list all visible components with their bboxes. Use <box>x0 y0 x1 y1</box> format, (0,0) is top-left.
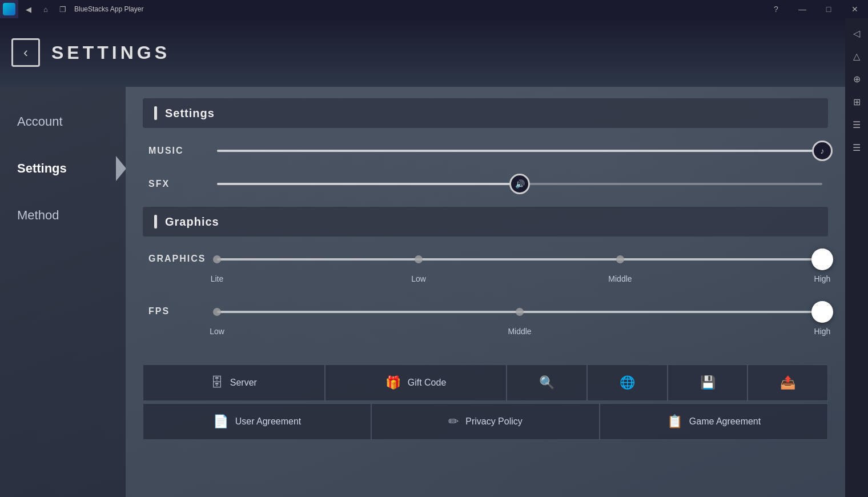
server-label: Server <box>230 378 257 388</box>
sidebar-item-account[interactable]: Account <box>0 98 126 145</box>
clipboard-icon: 📋 <box>667 414 682 429</box>
home-nav-button[interactable]: ⌂ <box>38 1 54 17</box>
graphics-label-lite: Lite <box>211 274 224 283</box>
section-bar-settings <box>154 106 157 120</box>
bottom-buttons-row2: 📄 User Agreement ✏ Privacy Policy 📋 Game… <box>143 403 828 440</box>
game-agreement-button[interactable]: 📋 Game Agreement <box>600 403 828 440</box>
graphics-label: GRAPHICS <box>148 248 217 264</box>
window-controls: ? — □ ✕ <box>763 0 868 18</box>
bottom-buttons-row1: 🗄 Server 🎁 Gift Code 🔍 🌐 💾 📤 <box>143 364 828 401</box>
server-button[interactable]: 🗄 Server <box>143 364 325 401</box>
graphics-label-middle: Middle <box>608 274 632 283</box>
main-area: ‹ SETTINGS Account Settings Method Setti… <box>0 18 845 497</box>
left-nav: Account Settings Method <box>0 87 126 497</box>
graphics-dot-low <box>415 255 423 263</box>
export-button[interactable]: 📤 <box>748 364 828 401</box>
export-icon: 📤 <box>780 375 795 390</box>
close-button[interactable]: ✕ <box>842 0 868 18</box>
graphics-dot-lite <box>213 255 221 263</box>
fps-label-high: High <box>814 327 831 336</box>
fps-dot-low <box>213 308 221 316</box>
privacy-policy-button[interactable]: ✏ Privacy Policy <box>371 403 600 440</box>
copy-nav-button[interactable]: ❐ <box>55 1 71 17</box>
save-icon: 💾 <box>700 375 716 390</box>
fps-thumb[interactable] <box>811 301 833 323</box>
graphics-label-low: Low <box>411 274 426 283</box>
save-button[interactable]: 💾 <box>668 364 748 401</box>
app-title: BlueStacks App Player <box>74 5 763 13</box>
page-title: SETTINGS <box>51 42 170 63</box>
edit-icon: ✏ <box>448 414 459 429</box>
sidebar-btn-6[interactable]: ☰ <box>846 137 867 158</box>
back-button[interactable]: ‹ <box>11 38 40 67</box>
globe-button[interactable]: 🌐 <box>587 364 668 401</box>
back-nav-button[interactable]: ◀ <box>21 1 37 17</box>
sidebar-btn-4[interactable]: ⊞ <box>846 91 867 112</box>
sidebar-btn-2[interactable]: △ <box>846 46 867 66</box>
graphics-slider-row: GRAPHICS Lite Low Middle High <box>143 248 828 289</box>
settings-header: ‹ SETTINGS <box>0 18 845 87</box>
right-sidebar: ◁ △ ⊕ ⊞ ☰ ☰ <box>845 18 868 497</box>
sidebar-btn-1[interactable]: ◁ <box>846 23 867 43</box>
fps-label-low: Low <box>210 327 224 336</box>
document-icon: 📄 <box>213 414 228 429</box>
graphics-section-title: Graphics <box>165 215 219 229</box>
fps-label: FPS <box>148 300 217 316</box>
server-icon: 🗄 <box>211 375 223 390</box>
user-agreement-label: User Agreement <box>235 416 302 427</box>
music-thumb[interactable]: ♪ <box>812 141 833 161</box>
content-area: Settings MUSIC ♪ SFX 🔊 <box>126 87 845 497</box>
music-note-icon: ♪ <box>821 146 825 155</box>
graphics-section-header: Graphics <box>143 207 828 237</box>
graphics-label-high: High <box>814 274 831 283</box>
graphics-thumb[interactable] <box>811 248 833 270</box>
search-icon: 🔍 <box>539 375 554 390</box>
section-bar-graphics <box>154 215 157 229</box>
fps-dot-middle <box>516 308 524 316</box>
sidebar-item-settings[interactable]: Settings <box>0 145 126 192</box>
fps-slider[interactable]: Low Middle High <box>217 300 822 342</box>
settings-section-title: Settings <box>165 107 215 120</box>
privacy-policy-label: Privacy Policy <box>465 416 523 427</box>
sidebar-btn-3[interactable]: ⊕ <box>846 69 867 89</box>
game-agreement-label: Game Agreement <box>689 416 761 427</box>
music-slider-row: MUSIC ♪ <box>143 139 828 162</box>
sidebar-item-method[interactable]: Method <box>0 192 126 239</box>
minimize-button[interactable]: — <box>789 0 815 18</box>
gift-code-label: Gift Code <box>408 378 447 388</box>
music-label: MUSIC <box>148 146 217 156</box>
speaker-icon: 🔊 <box>515 179 525 189</box>
title-bar: ◀ ⌂ ❐ BlueStacks App Player ? — □ ✕ <box>0 0 868 18</box>
sfx-thumb[interactable]: 🔊 <box>509 174 530 194</box>
maximize-button[interactable]: □ <box>815 0 842 18</box>
graphics-dot-middle <box>616 255 624 263</box>
sidebar-btn-5[interactable]: ☰ <box>846 114 867 135</box>
gift-icon: 🎁 <box>385 375 401 390</box>
help-button[interactable]: ? <box>763 0 789 18</box>
app-icon <box>0 0 18 18</box>
music-slider[interactable]: ♪ <box>217 139 822 162</box>
search-button[interactable]: 🔍 <box>507 364 587 401</box>
gift-code-button[interactable]: 🎁 Gift Code <box>325 364 507 401</box>
sfx-slider[interactable]: 🔊 <box>217 173 822 195</box>
sfx-slider-row: SFX 🔊 <box>143 173 828 195</box>
nav-controls: ◀ ⌂ ❐ <box>21 1 71 17</box>
fps-label-middle: Middle <box>508 327 531 336</box>
graphics-slider[interactable]: Lite Low Middle High <box>217 248 822 289</box>
globe-icon: 🌐 <box>620 375 635 390</box>
fps-slider-row: FPS Low Middle High <box>143 300 828 342</box>
user-agreement-button[interactable]: 📄 User Agreement <box>143 403 371 440</box>
settings-section-header: Settings <box>143 98 828 128</box>
sfx-label: SFX <box>148 179 217 189</box>
